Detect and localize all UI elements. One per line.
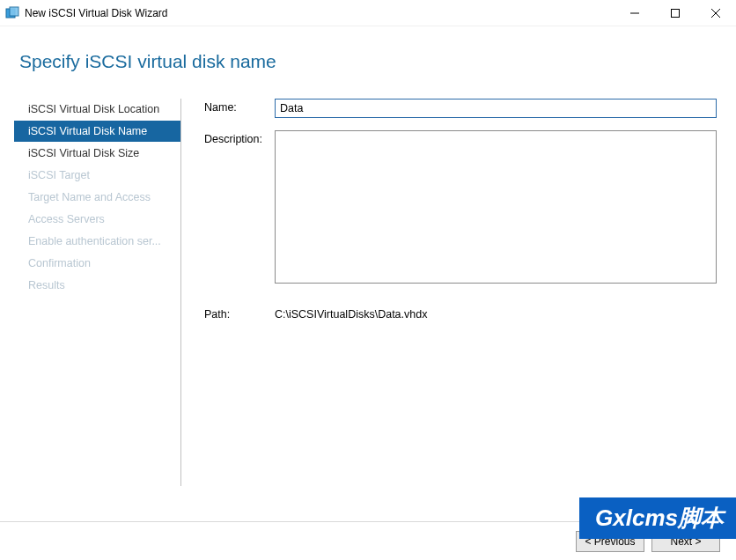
description-input[interactable] (275, 130, 717, 284)
step-target-name: Target Name and Access (14, 187, 180, 208)
page-heading: Specify iSCSI virtual disk name (0, 26, 736, 72)
step-access-servers: Access Servers (14, 209, 180, 230)
step-authentication: Enable authentication ser... (14, 231, 180, 252)
step-results: Results (14, 275, 180, 296)
wizard-icon (5, 6, 19, 20)
path-label: Path: (204, 306, 275, 321)
step-target: iSCSI Target (14, 165, 180, 186)
path-value: C:\iSCSIVirtualDisks\Data.vhdx (275, 306, 717, 321)
step-location[interactable]: iSCSI Virtual Disk Location (14, 99, 180, 120)
name-input[interactable] (275, 99, 717, 118)
step-size[interactable]: iSCSI Virtual Disk Size (14, 143, 180, 164)
step-name[interactable]: iSCSI Virtual Disk Name (14, 121, 180, 142)
svg-rect-1 (10, 7, 18, 16)
minimize-button[interactable] (615, 0, 655, 26)
form-area: Name: Description: Path: C:\iSCSIVirtual… (181, 99, 717, 486)
svg-rect-3 (672, 9, 680, 17)
watermark-overlay: Gxlcms脚本 (579, 497, 736, 539)
description-label: Description: (204, 130, 275, 286)
step-confirmation: Confirmation (14, 253, 180, 274)
wizard-steps-sidebar: iSCSI Virtual Disk Location iSCSI Virtua… (14, 99, 181, 486)
titlebar: New iSCSI Virtual Disk Wizard (0, 0, 736, 26)
close-button[interactable] (696, 0, 736, 26)
name-label: Name: (204, 99, 275, 118)
maximize-button[interactable] (655, 0, 696, 26)
window-title: New iSCSI Virtual Disk Wizard (25, 7, 167, 19)
